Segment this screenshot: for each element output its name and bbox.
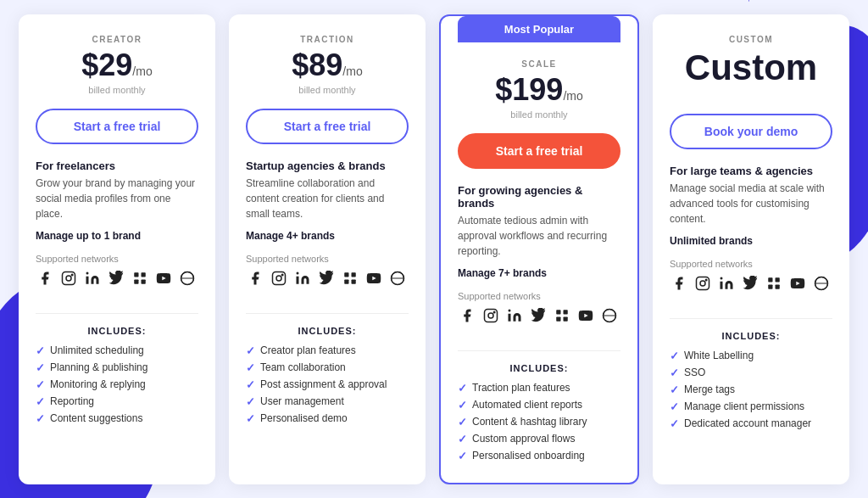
- svg-point-14: [297, 271, 299, 274]
- svg-rect-36: [776, 277, 780, 282]
- plan-label-custom: CUSTOM: [670, 35, 832, 44]
- linkedin-icon: [505, 306, 524, 325]
- svg-point-4: [86, 271, 89, 274]
- plan-price-value: Custom: [685, 48, 817, 87]
- check-icon: ✓: [670, 383, 679, 396]
- cta-button-traction[interactable]: Start a free trial: [246, 109, 409, 144]
- feature-item: ✓Personalised demo: [246, 412, 409, 425]
- feature-text: Team collaboration: [260, 361, 346, 373]
- svg-point-24: [509, 309, 511, 311]
- feature-item: ✓Planning & publishing: [36, 361, 198, 374]
- plan-description-custom: Manage social media at scale with advanc…: [670, 181, 832, 227]
- plan-label-creator: CREATOR: [36, 35, 198, 44]
- currency-gbp[interactable]: £GBP: [780, 0, 807, 3]
- svg-rect-0: [63, 271, 75, 284]
- svg-point-34: [721, 277, 723, 279]
- facebook-icon: [36, 269, 54, 288]
- svg-rect-16: [352, 272, 356, 277]
- divider-custom: [670, 318, 832, 319]
- plan-per-mo: /mo: [342, 64, 362, 78]
- youtube-icon: [364, 269, 383, 288]
- check-icon: ✓: [458, 433, 467, 445]
- svg-rect-17: [344, 279, 348, 283]
- cta-button-custom[interactable]: Book your demo: [670, 114, 832, 149]
- feature-text: Custom approval flows: [472, 433, 575, 445]
- plan-brands-creator: Manage up to 1 brand: [36, 230, 198, 242]
- facebook-icon: [458, 306, 476, 325]
- facebook-icon: [246, 269, 264, 288]
- svg-rect-5: [134, 272, 138, 277]
- svg-rect-10: [273, 271, 286, 284]
- plan-label-traction: TRACTION: [246, 35, 409, 44]
- check-icon: ✓: [246, 361, 255, 374]
- facebook-icon: [670, 274, 688, 293]
- billed-monthly-scale: billed monthly: [458, 109, 620, 120]
- networks-label-creator: Supported networks: [36, 254, 198, 264]
- feature-text: Monitoring & replying: [50, 378, 146, 390]
- check-icon: ✓: [458, 450, 467, 462]
- plan-tagline-creator: For freelancers: [36, 159, 198, 172]
- svg-rect-33: [721, 281, 723, 288]
- features-list-scale: ✓Traction plan features✓Automated client…: [458, 382, 620, 462]
- youtube-icon: [576, 306, 595, 325]
- wordpress-icon: [600, 306, 619, 325]
- cta-button-creator[interactable]: Start a free trial: [36, 109, 198, 144]
- plan-price-traction: $89/mo: [246, 48, 409, 83]
- divider-traction: [246, 313, 409, 314]
- popular-badge: Most Popular: [458, 16, 620, 42]
- linkedin-icon: [293, 269, 312, 288]
- currency-selector: $USD £GBP €EUR: [746, 0, 841, 3]
- twitter-icon: [107, 269, 125, 288]
- billed-monthly-traction: billed monthly: [246, 85, 409, 95]
- svg-point-1: [66, 276, 71, 281]
- plan-price-scale: $199/mo: [458, 72, 620, 108]
- svg-rect-26: [564, 310, 568, 314]
- svg-point-21: [488, 313, 493, 318]
- svg-rect-28: [564, 316, 568, 321]
- check-icon: ✓: [458, 416, 467, 428]
- feature-item: ✓Dedicated account manager: [670, 417, 832, 430]
- wordpress-icon: [388, 269, 407, 288]
- svg-rect-23: [509, 313, 511, 321]
- divider-scale: [458, 350, 620, 351]
- check-icon: ✓: [36, 412, 45, 425]
- svg-point-32: [705, 279, 707, 281]
- feature-item: ✓Merge tags: [670, 383, 832, 396]
- includes-label-traction: INCLUDES:: [246, 326, 409, 336]
- wordpress-icon: [178, 269, 197, 288]
- feature-item: ✓Personalised onboarding: [458, 450, 620, 462]
- feature-item: ✓Manage client permissions: [670, 400, 832, 413]
- svg-point-2: [71, 274, 73, 276]
- includes-label-creator: INCLUDES:: [36, 326, 198, 336]
- plan-description-scale: Automate tedious admin with approval wor…: [458, 213, 620, 259]
- feature-item: ✓Team collaboration: [246, 361, 409, 374]
- currency-usd[interactable]: $USD: [746, 0, 773, 3]
- svg-rect-25: [556, 310, 560, 314]
- feature-item: ✓Custom approval flows: [458, 433, 620, 445]
- svg-rect-6: [142, 272, 146, 277]
- feature-item: ✓Automated client reports: [458, 399, 620, 411]
- divider-creator: [36, 313, 198, 314]
- svg-rect-18: [352, 279, 356, 283]
- plan-description-traction: Streamline collaboration and content cre…: [246, 176, 409, 221]
- linkedin-icon: [717, 274, 736, 293]
- feature-text: Traction plan features: [472, 382, 570, 394]
- check-icon: ✓: [36, 344, 45, 357]
- check-icon: ✓: [246, 378, 255, 391]
- networks-label-custom: Supported networks: [670, 259, 832, 269]
- plan-price-custom: Custom: [670, 48, 832, 88]
- svg-rect-15: [344, 272, 348, 277]
- svg-point-11: [276, 276, 281, 281]
- cta-button-scale[interactable]: Start a free trial: [458, 133, 620, 169]
- feature-text: Planning & publishing: [50, 361, 147, 373]
- check-icon: ✓: [458, 399, 467, 411]
- feature-text: Content & hashtag library: [472, 416, 587, 428]
- svg-rect-37: [768, 284, 772, 288]
- check-icon: ✓: [246, 412, 255, 425]
- feature-text: Personalised onboarding: [472, 450, 585, 462]
- currency-eur[interactable]: €EUR: [814, 0, 841, 3]
- includes-label-scale: INCLUDES:: [458, 363, 620, 373]
- feature-text: Unlimited scheduling: [50, 344, 144, 356]
- check-icon: ✓: [670, 417, 679, 430]
- check-icon: ✓: [458, 382, 467, 394]
